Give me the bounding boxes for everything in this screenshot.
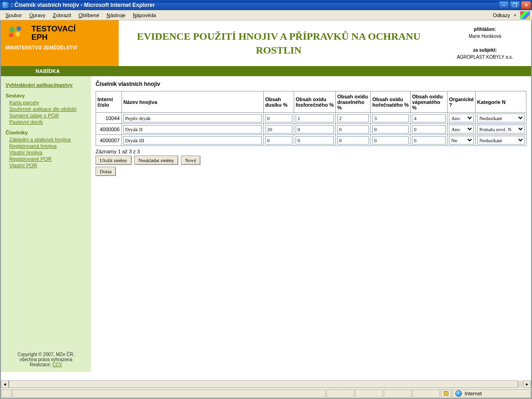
chevron-right-icon[interactable]: » (512, 12, 518, 18)
cell-id: 4000007 (96, 135, 122, 146)
input-name[interactable] (123, 114, 262, 122)
sidebar: Vyhledávání aplikací/pastvy Sestavy Kart… (1, 76, 91, 372)
input-ca[interactable] (412, 114, 446, 122)
record-info: Záznamy 1 až 3 z 3 (96, 149, 526, 154)
sidebar-item[interactable]: Vlastní POR (9, 162, 86, 169)
input-k[interactable] (337, 125, 369, 133)
navbar-label[interactable]: NABÍDKA (36, 68, 60, 74)
maximize-button[interactable]: ❐ (510, 1, 520, 9)
links-label[interactable]: Odkazy (491, 12, 512, 18)
menu-soubor[interactable]: Soubor (2, 12, 25, 19)
col-header: Obsah dusíku % (264, 91, 294, 113)
col-header: Obsah oxidu fosforečného % (294, 91, 336, 113)
discard-button[interactable]: Neukládat změny (134, 156, 178, 165)
windows-flag-icon[interactable] (520, 11, 530, 19)
input-p[interactable] (296, 125, 334, 133)
window-title: : Číselník vlastních hnojiv - Microsoft … (11, 2, 499, 8)
globe-icon (455, 390, 462, 397)
sidebar-search-link[interactable]: Vyhledávání aplikací/pastvy (6, 82, 86, 88)
input-name[interactable] (123, 125, 262, 133)
status-ie-icon (1, 389, 12, 398)
input-k[interactable] (337, 114, 369, 122)
statusbar: Internet (1, 388, 531, 398)
save-button[interactable]: Uložit změny (96, 156, 132, 165)
table-row: 4000006AnoNeNedusíkatéPomalu uvol. N (96, 124, 526, 135)
select-organic[interactable]: AnoNe (449, 136, 474, 145)
input-ca[interactable] (412, 125, 446, 133)
ie-icon (2, 1, 9, 9)
scroll-right-icon[interactable]: ► (523, 381, 531, 388)
input-name[interactable] (123, 136, 262, 145)
sidebar-footer: Copyright © 2007, MZe ČR, všechna práva … (6, 343, 86, 367)
menu-zobrazit[interactable]: Zobrazit (49, 12, 75, 19)
page-title: EVIDENCE POUŽITÍ HNOJIV A PŘÍPRAVKŮ NA O… (122, 30, 435, 57)
menubar: Soubor Úpravy Zobrazit Oblíbené Nástroje… (0, 10, 532, 20)
user-info: přihlášen: Marie Horáková za subjekt: AG… (439, 20, 531, 66)
col-header: Kategorie N (476, 91, 526, 113)
sidebar-item[interactable]: Základní a statková hnojiva (9, 136, 86, 143)
status-zone: Internet (452, 389, 531, 398)
navbar: NABÍDKA (1, 66, 531, 76)
cell-id: 4000006 (96, 124, 122, 135)
menu-nastroje[interactable]: Nástroje (103, 12, 129, 19)
table-row: 4000007AnoNeNedusíkatéPomalu uvol. N (96, 135, 526, 146)
logo-block: TESTOVACÍ EPH MINISTERSTVO ZEMĚDĚLSTVÍ (1, 20, 119, 66)
status-text (12, 389, 326, 398)
select-organic[interactable]: AnoNe (449, 114, 474, 122)
logo-line1: TESTOVACÍ (31, 25, 76, 33)
select-category[interactable]: NedusíkatéPomalu uvol. N (477, 136, 525, 145)
scroll-left-icon[interactable]: ◄ (1, 381, 9, 388)
main-content: Číselník vlastních hnojiv Interní čísloN… (91, 76, 531, 372)
horizontal-scrollbar[interactable]: ◄ ► (1, 380, 531, 388)
menu-upravy[interactable]: Úpravy (25, 12, 49, 19)
input-mg[interactable] (372, 114, 409, 122)
window-titlebar: : Číselník vlastních hnojiv - Microsoft … (0, 0, 532, 10)
sidebar-item[interactable]: Sumární údaje o POR (9, 112, 86, 119)
fertilizer-table: Interní čísloNázev hnojivaObsah dusíku %… (96, 91, 526, 146)
sidebar-item[interactable]: Vlastní hnojiva (9, 149, 86, 156)
menu-napoveda[interactable]: Nápověda (129, 12, 160, 19)
ministry-logo-icon (6, 24, 28, 42)
sidebar-section-ciselniky: Číselníky (6, 130, 86, 135)
menu-oblibene[interactable]: Oblíbené (75, 12, 103, 19)
footer-ccv-link[interactable]: CCV (53, 362, 62, 368)
input-mg[interactable] (372, 125, 409, 133)
input-p[interactable] (296, 114, 334, 122)
page-header: TESTOVACÍ EPH MINISTERSTVO ZEMĚDĚLSTVÍ E… (1, 20, 531, 66)
input-ca[interactable] (412, 136, 446, 145)
col-header: Interní číslo (96, 91, 122, 113)
logo-subtitle: MINISTERSTVO ZEMĚDĚLSTVÍ (6, 45, 114, 50)
sidebar-item[interactable]: Souhrnné aplikace dle období (9, 106, 86, 112)
lock-icon (441, 389, 451, 398)
sidebar-section-sestavy: Sestavy (6, 93, 86, 98)
col-header: Organické ? (447, 91, 476, 113)
input-mg[interactable] (372, 136, 409, 145)
input-n[interactable] (265, 114, 292, 122)
select-category[interactable]: NedusíkatéPomalu uvol. N (477, 114, 525, 122)
select-category[interactable]: NedusíkatéPomalu uvol. N (477, 125, 525, 133)
col-header: Obsah oxidu draselného % (336, 91, 371, 113)
logo-line2: EPH (31, 33, 76, 42)
sidebar-item[interactable]: Pastevní deník (9, 119, 86, 125)
new-button[interactable]: Nový (181, 156, 200, 165)
cell-id: 10044 (96, 113, 122, 124)
sidebar-item[interactable]: Karta parcely (9, 99, 86, 106)
col-header: Obsah oxidu hořečnatého % (371, 91, 411, 113)
query-button[interactable]: Dotaz (96, 167, 116, 176)
minimize-button[interactable]: ─ (499, 1, 509, 9)
select-organic[interactable]: AnoNe (449, 125, 474, 133)
sidebar-item[interactable]: Registrované POR (9, 156, 86, 162)
input-n[interactable] (265, 136, 292, 145)
table-row: 10044AnoNeNedusíkatéPomalu uvol. N (96, 113, 526, 124)
col-header: Obsah oxidu vápenatého % (411, 91, 447, 113)
sidebar-item[interactable]: Registrovaná hnojiva (9, 143, 86, 149)
main-heading: Číselník vlastních hnojiv (96, 81, 526, 87)
input-p[interactable] (296, 136, 334, 145)
col-header: Název hnojiva (122, 91, 264, 113)
input-k[interactable] (337, 136, 369, 145)
close-button[interactable]: ✕ (521, 1, 531, 9)
input-n[interactable] (265, 125, 292, 133)
